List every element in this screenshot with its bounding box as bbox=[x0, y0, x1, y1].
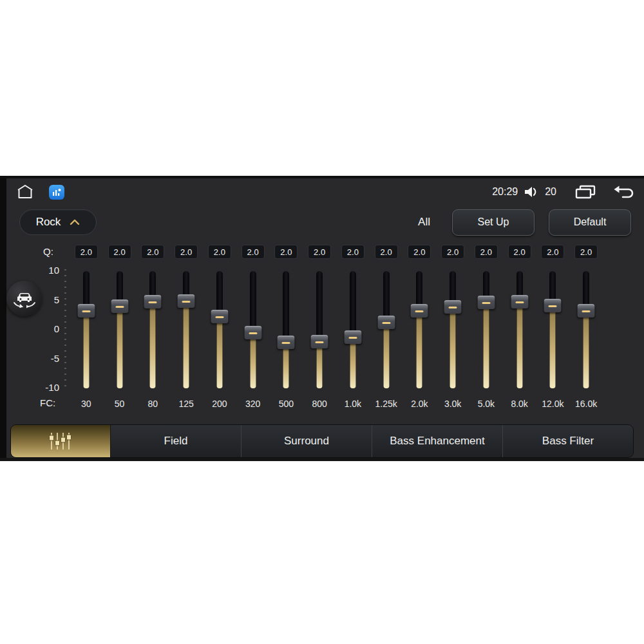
slider-handle[interactable] bbox=[544, 299, 562, 312]
car-position-button[interactable] bbox=[6, 281, 42, 316]
tab-bass-filter[interactable]: Bass Filter bbox=[503, 425, 633, 457]
q-caption: Q: bbox=[43, 246, 53, 257]
slider-handle[interactable] bbox=[111, 299, 128, 313]
slider-handle[interactable] bbox=[477, 296, 495, 309]
left-bezel bbox=[0, 176, 6, 461]
gain-slider[interactable] bbox=[410, 271, 428, 388]
slider-handle[interactable] bbox=[411, 304, 428, 317]
q-value[interactable]: 2.0 bbox=[408, 245, 431, 259]
slider-handle[interactable] bbox=[278, 336, 295, 349]
fc-value: 16.0k bbox=[575, 399, 597, 409]
q-value[interactable]: 2.0 bbox=[141, 245, 164, 259]
gain-slider[interactable] bbox=[444, 271, 462, 388]
eq-band: 2.0 80 bbox=[137, 176, 170, 461]
slider-fill bbox=[250, 332, 256, 388]
eq-band: 2.0 8.0k bbox=[503, 176, 536, 461]
fc-value: 12.0k bbox=[542, 399, 564, 409]
gain-slider[interactable] bbox=[577, 271, 595, 388]
eq-band: 2.0 30 bbox=[70, 176, 103, 461]
gain-slider[interactable] bbox=[277, 271, 295, 388]
slider-fill bbox=[216, 316, 222, 388]
fc-caption: FC: bbox=[40, 397, 55, 408]
gain-slider[interactable] bbox=[144, 271, 162, 388]
gain-slider[interactable] bbox=[310, 271, 328, 388]
equalizer-sliders-icon bbox=[46, 431, 75, 451]
music-app-icon[interactable] bbox=[49, 185, 64, 200]
slider-fill bbox=[583, 310, 589, 388]
slider-handle[interactable] bbox=[344, 330, 361, 344]
eq-band: 2.0 500 bbox=[270, 176, 303, 461]
car-icon bbox=[12, 287, 37, 310]
q-value[interactable]: 2.0 bbox=[274, 245, 298, 259]
q-value[interactable]: 2.0 bbox=[108, 245, 131, 259]
gain-slider[interactable] bbox=[244, 271, 262, 388]
q-value[interactable]: 2.0 bbox=[308, 245, 331, 259]
slider-fill bbox=[450, 306, 456, 388]
gain-slider[interactable] bbox=[344, 271, 362, 388]
dsp-tab-bar: Field Surround Bass Enhancement Bass Fil… bbox=[10, 424, 634, 458]
eq-band: 2.0 16.0k bbox=[569, 176, 603, 461]
bottom-bezel bbox=[0, 458, 644, 461]
scale-label: -5 bbox=[51, 352, 59, 363]
q-value[interactable]: 2.0 bbox=[574, 245, 598, 259]
tab-surround[interactable]: Surround bbox=[242, 425, 372, 457]
slider-handle[interactable] bbox=[211, 310, 228, 323]
slider-handle[interactable] bbox=[444, 300, 462, 314]
bands-row: 2.0 30 2.0 50 2.0 80 2.0 12 bbox=[70, 176, 603, 461]
slider-handle[interactable] bbox=[578, 304, 595, 317]
gain-slider[interactable] bbox=[477, 271, 495, 388]
preset-name: Rock bbox=[36, 216, 61, 229]
eq-band: 2.0 12.0k bbox=[536, 176, 570, 461]
slider-handle[interactable] bbox=[511, 295, 528, 308]
tab-equalizer[interactable] bbox=[11, 425, 111, 457]
slider-handle[interactable] bbox=[77, 304, 95, 317]
eq-band: 2.0 3.0k bbox=[436, 176, 469, 461]
q-value[interactable]: 2.0 bbox=[441, 245, 464, 259]
fc-value: 500 bbox=[279, 399, 294, 409]
gain-slider[interactable] bbox=[511, 271, 529, 388]
eq-band: 2.0 125 bbox=[169, 176, 203, 461]
fc-value: 3.0k bbox=[444, 399, 461, 409]
q-value[interactable]: 2.0 bbox=[341, 245, 365, 259]
slider-handle[interactable] bbox=[178, 294, 195, 308]
fc-value: 50 bbox=[115, 399, 125, 409]
fc-value: 1.25k bbox=[375, 399, 397, 409]
slider-fill bbox=[383, 321, 389, 388]
slider-handle[interactable] bbox=[311, 335, 328, 348]
q-value[interactable]: 2.0 bbox=[175, 245, 198, 259]
q-value[interactable]: 2.0 bbox=[208, 245, 231, 259]
slider-handle[interactable] bbox=[244, 326, 261, 339]
scale-label: 10 bbox=[48, 265, 59, 276]
gain-slider[interactable] bbox=[77, 271, 95, 388]
fc-value: 5.0k bbox=[478, 399, 495, 409]
fc-value: 80 bbox=[148, 399, 158, 409]
eq-band: 2.0 1.0k bbox=[336, 176, 370, 461]
slider-fill bbox=[83, 310, 89, 388]
q-value[interactable]: 2.0 bbox=[541, 245, 564, 259]
fc-value: 1.0k bbox=[345, 399, 361, 409]
eq-band: 2.0 1.25k bbox=[370, 176, 403, 461]
q-value[interactable]: 2.0 bbox=[242, 245, 265, 259]
slider-handle[interactable] bbox=[144, 295, 162, 308]
q-value[interactable]: 2.0 bbox=[508, 245, 531, 259]
gain-scale-ticks bbox=[64, 269, 66, 388]
slider-fill bbox=[117, 305, 122, 388]
q-value[interactable]: 2.0 bbox=[75, 245, 98, 259]
home-icon[interactable] bbox=[15, 184, 35, 200]
slider-handle[interactable] bbox=[377, 316, 395, 329]
tab-field[interactable]: Field bbox=[111, 425, 242, 457]
eq-band: 2.0 50 bbox=[103, 176, 137, 461]
back-icon[interactable] bbox=[613, 184, 635, 200]
gain-slider[interactable] bbox=[111, 271, 129, 388]
q-value[interactable]: 2.0 bbox=[475, 245, 498, 259]
slider-fill bbox=[184, 299, 189, 388]
q-value[interactable]: 2.0 bbox=[375, 245, 398, 259]
fc-value: 125 bbox=[178, 399, 193, 409]
gain-slider[interactable] bbox=[377, 271, 395, 388]
gain-slider[interactable] bbox=[177, 271, 195, 388]
tab-bass-enhancement[interactable]: Bass Enhancement bbox=[372, 425, 503, 457]
gain-slider[interactable] bbox=[544, 271, 562, 388]
gain-slider[interactable] bbox=[211, 271, 229, 388]
head-unit-screen: 20:29 20 Rock All Set Up Default Q: FC: … bbox=[0, 176, 644, 461]
slider-fill bbox=[150, 300, 156, 388]
